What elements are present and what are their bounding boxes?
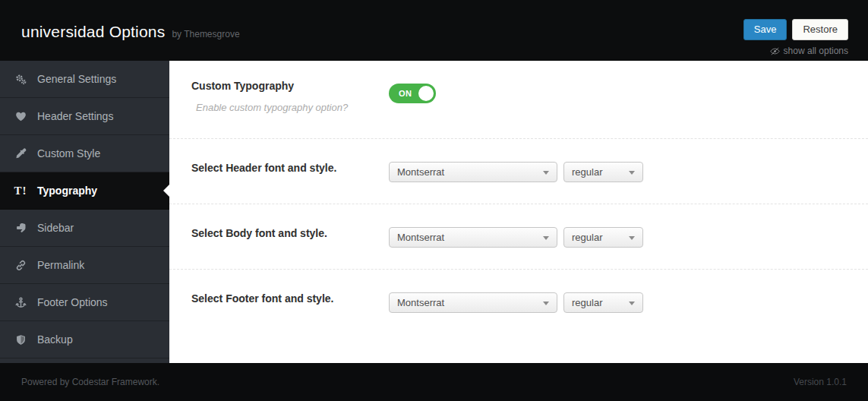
sidebar-item-label: Permalink	[37, 259, 84, 271]
body-font-controls: Montserrat regular	[389, 227, 643, 269]
toggle-on-label: ON	[389, 89, 412, 98]
footer-font-select[interactable]: Montserrat	[389, 292, 557, 313]
sidebar-item-label: Sidebar	[37, 222, 74, 234]
sidebar-item-label: Footer Options	[37, 296, 108, 308]
sidebar-item-label: Backup	[37, 333, 73, 346]
show-all-options-label: show all options	[784, 46, 848, 56]
shield-icon	[14, 334, 27, 346]
sidebar: General Settings Header Settings Custom …	[0, 61, 169, 363]
heart-icon	[14, 111, 27, 122]
custom-typography-toggle[interactable]: ON	[389, 84, 436, 103]
gears-icon	[14, 74, 27, 85]
header-font-select[interactable]: Montserrat	[389, 162, 557, 182]
sidebar-item-general-settings[interactable]: General Settings	[0, 61, 169, 98]
sidebar-item-custom-style[interactable]: Custom Style	[0, 135, 169, 172]
typography-icon: T!	[14, 185, 27, 197]
header-actions: Save Restore show all options	[743, 19, 848, 61]
chevron-down-icon	[543, 302, 549, 305]
content-panel: Custom Typography Enable custom typograp…	[169, 61, 868, 363]
header-font-row: Select Header font and style. Montserrat…	[169, 138, 868, 204]
save-button[interactable]: Save	[743, 19, 788, 40]
field-label-group: Custom Typography Enable custom typograp…	[191, 80, 389, 138]
sidebar-item-header-settings[interactable]: Header Settings	[0, 98, 169, 135]
button-row: Save Restore	[743, 19, 848, 40]
sidebar-item-label: Typography	[37, 185, 97, 197]
sidebar-item-label: General Settings	[37, 73, 116, 85]
custom-typography-label: Custom Typography	[191, 80, 389, 92]
show-all-options-link[interactable]: show all options	[770, 46, 848, 56]
chevron-down-icon	[543, 171, 549, 175]
sidebar-item-label: Header Settings	[37, 110, 113, 122]
body-font-select[interactable]: Montserrat	[389, 227, 557, 248]
page-title: universidad Options by Themesgrove	[21, 23, 240, 61]
header-font-controls: Montserrat regular	[389, 162, 643, 204]
powered-by-text: Powered by Codestar Framework.	[21, 377, 159, 387]
footer-font-row: Select Footer font and style. Montserrat…	[169, 269, 868, 363]
sidebar-item-footer-options[interactable]: Footer Options	[0, 284, 169, 321]
toggle-knob	[418, 86, 434, 101]
chevron-down-icon	[629, 171, 635, 175]
version-text: Version 1.0.1	[794, 377, 847, 387]
header-font-label: Select Header font and style.	[191, 162, 389, 204]
body-font-value: Montserrat	[397, 232, 444, 243]
body-font-label: Select Body font and style.	[191, 227, 389, 269]
restore-button[interactable]: Restore	[792, 19, 848, 40]
link-icon	[14, 260, 27, 271]
active-item-caret	[163, 185, 169, 197]
eye-slash-icon	[770, 46, 780, 56]
anchor-icon	[14, 297, 27, 308]
header-font-value: Montserrat	[397, 166, 444, 178]
footer-font-label: Select Footer font and style.	[191, 292, 389, 363]
custom-typography-row: Custom Typography Enable custom typograp…	[169, 61, 868, 138]
sidebar-item-backup[interactable]: Backup	[0, 321, 169, 358]
byline: by Themesgrove	[172, 29, 239, 39]
body-style-value: regular	[572, 232, 602, 243]
chevron-down-icon	[629, 236, 635, 240]
sidebar-item-typography[interactable]: T! Typography	[0, 172, 169, 210]
footer-style-select[interactable]: regular	[563, 292, 643, 313]
main-area: General Settings Header Settings Custom …	[0, 61, 868, 363]
header-style-select[interactable]: regular	[563, 162, 643, 182]
chevron-down-icon	[543, 236, 549, 240]
body-font-row: Select Body font and style. Montserrat r…	[169, 204, 868, 269]
eyedropper-icon	[14, 148, 27, 159]
chevron-down-icon	[629, 302, 635, 305]
top-bar: universidad Options by Themesgrove Save …	[0, 0, 868, 61]
footer-font-controls: Montserrat regular	[389, 292, 643, 363]
body-style-select[interactable]: regular	[563, 227, 643, 248]
sidebar-item-label: Custom Style	[37, 147, 100, 159]
header-style-value: regular	[572, 166, 602, 178]
footer-bar: Powered by Codestar Framework. Version 1…	[0, 363, 868, 401]
hand-pointer-icon	[14, 223, 27, 234]
custom-typography-description: Enable custom typography option?	[191, 102, 389, 113]
footer-font-value: Montserrat	[397, 297, 444, 308]
sidebar-item-sidebar[interactable]: Sidebar	[0, 210, 169, 247]
toggle-control: ON	[389, 80, 436, 138]
app-title: universidad Options	[21, 23, 165, 41]
footer-style-value: regular	[572, 297, 602, 308]
sidebar-item-permalink[interactable]: Permalink	[0, 247, 169, 284]
